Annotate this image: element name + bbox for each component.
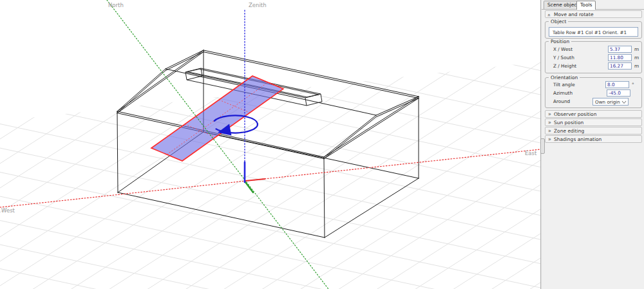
around-dropdown[interactable]: Own origin <box>592 98 629 106</box>
collapse-chevron-icon: » <box>545 14 553 17</box>
section-title: Move and rotate <box>554 12 594 17</box>
east-label: East <box>525 150 537 156</box>
x-west-label: X / West <box>553 46 573 52</box>
north-label: North <box>108 2 124 8</box>
position-group-label: Position <box>549 39 571 44</box>
axis-labels: North Zenith West East <box>1 2 537 214</box>
section-title: Sun position <box>554 120 583 126</box>
z-height-unit: m <box>634 63 639 69</box>
expand-chevron-icon: » <box>548 111 551 118</box>
object-group-label: Object <box>549 19 568 24</box>
panel-tabbar: Scene objects Tools <box>542 0 644 10</box>
chevron-down-icon <box>621 100 627 104</box>
x-west-input[interactable] <box>608 46 632 53</box>
y-south-input[interactable] <box>608 54 632 61</box>
north-axis-bold-segment <box>245 182 253 192</box>
around-dropdown-value: Own origin <box>595 99 620 105</box>
expand-chevron-icon: » <box>548 136 551 144</box>
section-shadings-animation[interactable]: »Shadings animation <box>545 135 642 143</box>
north-axis-line <box>107 0 328 289</box>
section-title: Shadings animation <box>554 136 601 142</box>
section-observer-position[interactable]: »Observer position <box>545 110 642 118</box>
eastwest-axis-bold-segment <box>245 179 265 181</box>
position-groupbox: Position X / West m Y / South m Z / Heig… <box>545 41 642 73</box>
west-label: West <box>1 207 15 214</box>
expand-chevron-icon: » <box>548 127 551 135</box>
object-groupbox: Object Table Row #1 Col #1 Orient. #1 <box>545 21 642 39</box>
section-zone-editing[interactable]: »Zone editing <box>545 127 642 135</box>
y-south-label: Y / South <box>553 55 574 61</box>
ground-grid <box>0 0 540 289</box>
section-title: Observer position <box>554 111 597 117</box>
selected-object-name: Table Row #1 Col #1 Orient. #1 <box>549 27 638 37</box>
orientation-group-label: Orientation <box>549 75 580 80</box>
eastwest-axis-line <box>0 149 540 207</box>
tilt-angle-unit: ° <box>632 82 634 88</box>
pvsyst-shading-scene-window: North Zenith West East Scene objects Too… <box>0 0 644 289</box>
tools-panel: Scene objects Tools »Move and rotate Obj… <box>541 0 644 289</box>
y-south-unit: m <box>634 55 639 61</box>
zenith-label: Zenith <box>249 2 267 8</box>
section-move-and-rotate[interactable]: »Move and rotate <box>545 10 642 18</box>
z-height-label: Z / Height <box>553 63 576 69</box>
tab-tools[interactable]: Tools <box>576 1 596 10</box>
scene-3d-viewport[interactable]: North Zenith West East <box>0 0 540 289</box>
tilt-angle-label: Tilt angle <box>553 82 575 88</box>
azimuth-input[interactable] <box>607 89 630 97</box>
section-title: Zone editing <box>554 128 584 134</box>
around-label: Around <box>553 98 570 104</box>
z-height-input[interactable] <box>608 62 632 70</box>
azimuth-label: Azimuth <box>553 90 573 96</box>
scene-canvas[interactable]: North Zenith West East <box>0 0 540 289</box>
section-sun-position[interactable]: »Sun position <box>545 118 642 126</box>
scene-axes <box>0 0 540 289</box>
tilt-angle-input[interactable] <box>605 81 629 88</box>
panel-splitter-handle[interactable] <box>540 138 545 154</box>
orientation-groupbox: Orientation Tilt angle ° Azimuth Around … <box>545 77 642 108</box>
expand-chevron-icon: » <box>548 119 551 127</box>
x-west-unit: m <box>634 46 639 52</box>
